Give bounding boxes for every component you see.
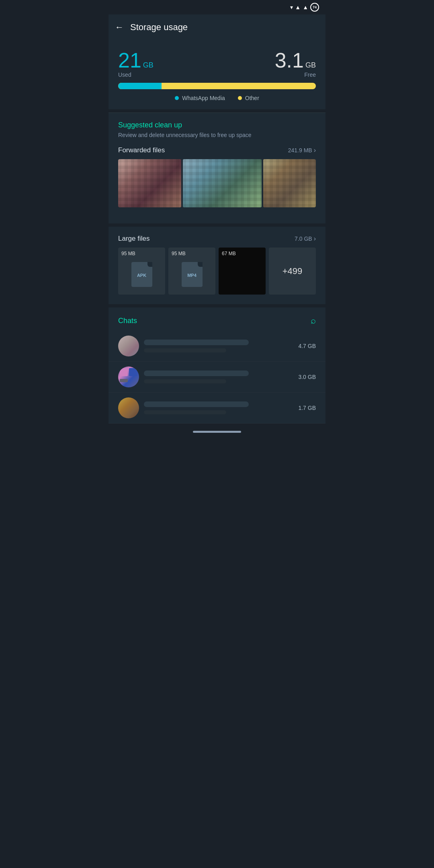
app-bar: ← Storage usage	[108, 14, 326, 40]
large-files-title: Large files	[118, 235, 149, 243]
legend-other-label: Other	[245, 95, 259, 101]
thumbnail-2[interactable]	[183, 159, 262, 207]
large-files-header[interactable]: Large files 7.0 GB ›	[118, 235, 316, 243]
chats-header: Chats ⌕	[108, 315, 326, 331]
chat-info-0	[144, 340, 293, 352]
storage-overview: 21 GB Used 3.1 GB Free WhatsApp Media Ot…	[108, 40, 326, 109]
cleanup-subtitle: Review and delete unnecessary files to f…	[118, 132, 316, 138]
chat-name-bar-2	[144, 401, 249, 407]
legend-other-dot	[238, 96, 242, 100]
file-thumb-black[interactable]: 67 MB	[219, 248, 266, 295]
storage-used-label: Used	[118, 72, 154, 78]
legend-whatsapp: WhatsApp Media	[175, 95, 225, 101]
chat-avatar-0	[118, 336, 139, 356]
storage-free-section: 3.1 GB Free	[275, 50, 316, 78]
signal-icon-1: ▲	[295, 4, 301, 10]
file-thumb-apk[interactable]: 95 MB APK	[118, 248, 165, 295]
chat-name-bar-1	[144, 371, 249, 376]
chat-item-0[interactable]: 4.7 GB	[108, 331, 326, 362]
page-title: Storage usage	[130, 22, 188, 33]
large-files-thumbnails: 95 MB APK 95 MB MP4 67 MB +499	[118, 248, 316, 295]
mp4-label: MP4	[187, 273, 197, 278]
large-files-size: 7.0 GB ›	[295, 235, 316, 242]
chat-info-1	[144, 371, 293, 383]
large-files-arrow: ›	[314, 235, 316, 242]
chat-item-2[interactable]: 1.7 GB	[108, 393, 326, 424]
chat-sub-bar-2	[144, 410, 226, 414]
forwarded-files-size: 241.9 MB ›	[288, 147, 316, 154]
battery-indicator: 74	[310, 3, 319, 12]
chat-avatar-1	[118, 366, 139, 387]
file-thumb-mp4[interactable]: 95 MB MP4	[168, 248, 215, 295]
storage-progress-bar	[118, 83, 316, 89]
wifi-icon: ▾	[290, 4, 293, 10]
file-size-apk: 95 MB	[121, 251, 135, 256]
large-files-section: Large files 7.0 GB › 95 MB APK 95 MB MP4…	[108, 227, 326, 304]
chat-sub-bar-1	[144, 379, 226, 383]
status-icons: ▾ ▲ ▲ 74	[290, 3, 319, 12]
mp4-icon: MP4	[182, 262, 203, 287]
chats-title: Chats	[118, 317, 137, 325]
legend-whatsapp-dot	[175, 96, 179, 100]
storage-free-number: 3.1	[275, 50, 304, 71]
suggested-cleanup-section: Suggested clean up Review and delete unn…	[108, 113, 326, 223]
back-button[interactable]: ←	[115, 22, 124, 33]
chat-sub-bar-0	[144, 348, 226, 352]
legend-whatsapp-label: WhatsApp Media	[182, 95, 225, 101]
storage-free-unit: GB	[305, 61, 316, 70]
storage-free-value: 3.1 GB	[275, 50, 316, 71]
thumbnail-1[interactable]	[118, 159, 181, 207]
forwarded-files-thumbnails[interactable]	[118, 159, 316, 207]
storage-bar-used	[118, 83, 162, 89]
storage-free-label: Free	[304, 72, 316, 78]
search-icon[interactable]: ⌕	[311, 315, 316, 326]
apk-label: APK	[137, 273, 146, 278]
signal-icon-2: ▲	[303, 4, 308, 10]
forwarded-files-title: Forwarded files	[118, 146, 165, 154]
apk-icon: APK	[131, 262, 152, 287]
chat-size-2: 1.7 GB	[298, 405, 316, 411]
chat-info-2	[144, 401, 293, 414]
storage-used-section: 21 GB Used	[118, 50, 154, 78]
storage-used-unit: GB	[143, 61, 154, 70]
chat-name-bar-0	[144, 340, 249, 345]
cleanup-title: Suggested clean up	[118, 121, 316, 129]
file-size-black: 67 MB	[222, 251, 236, 256]
chat-size-1: 3.0 GB	[298, 374, 316, 380]
chats-section: Chats ⌕ 4.7 GB 3.0 GB 1.7 GB	[108, 307, 326, 424]
storage-numbers: 21 GB Used 3.1 GB Free	[118, 50, 316, 78]
thumbnail-3[interactable]	[263, 159, 316, 207]
nav-pill	[193, 431, 241, 433]
forwarded-files-arrow: ›	[314, 147, 316, 154]
storage-used-number: 21	[118, 50, 141, 71]
file-more-label: +499	[283, 266, 303, 276]
chat-item-1[interactable]: 3.0 GB	[108, 362, 326, 393]
file-size-mp4: 95 MB	[172, 251, 186, 256]
bottom-nav	[108, 424, 326, 440]
status-bar: ▾ ▲ ▲ 74	[108, 0, 326, 14]
large-files-size-value: 7.0 GB	[295, 235, 312, 242]
storage-used-value: 21 GB	[118, 50, 154, 71]
storage-legend: WhatsApp Media Other	[118, 95, 316, 101]
chat-size-0: 4.7 GB	[298, 343, 316, 349]
file-thumb-more[interactable]: +499	[269, 248, 316, 295]
forwarded-files-header[interactable]: Forwarded files 241.9 MB ›	[118, 146, 316, 154]
forwarded-files-size-value: 241.9 MB	[288, 147, 312, 154]
chat-avatar-2	[118, 397, 139, 418]
legend-other: Other	[238, 95, 259, 101]
